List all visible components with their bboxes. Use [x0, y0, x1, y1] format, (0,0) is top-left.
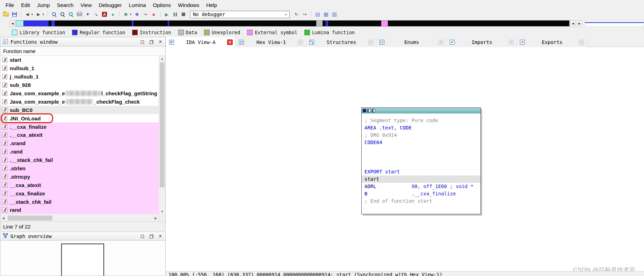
jump-by-name-icon[interactable] [50, 10, 58, 18]
horizontal-scroll-thumb[interactable] [8, 216, 52, 221]
tab-ida-view-a[interactable]: IDA View-A× [166, 37, 236, 47]
function-row-__stack_chk_fail[interactable]: f.__stack_chk_fail [0, 156, 159, 164]
print-icon[interactable] [75, 10, 83, 18]
segments-view-icon[interactable]: ▤ [314, 10, 321, 18]
asm-line[interactable] [364, 154, 478, 161]
debug-dropdown[interactable]: ▾ [129, 13, 132, 16]
menu-item-lumina[interactable]: Lumina [125, 1, 149, 9]
jump-to-ip-icon[interactable]: ↪ [301, 10, 309, 18]
graph-overview-viewport[interactable] [61, 244, 104, 276]
ida-view-canvas[interactable]: ; Segment type: Pure codeAREA .text, COD… [166, 47, 644, 271]
restore-button[interactable] [140, 39, 145, 44]
close-button[interactable]: × [158, 39, 163, 44]
asm-line[interactable] [364, 161, 478, 168]
cross-reference-icon[interactable]: ↘ [92, 10, 100, 18]
graph-overview-canvas[interactable] [0, 241, 165, 276]
tab-close-icon[interactable]: × [579, 40, 584, 45]
asm-line[interactable]: CODE64 [364, 139, 478, 146]
menu-item-options[interactable]: Options [150, 1, 175, 9]
tab-close-icon[interactable]: × [509, 40, 514, 45]
asm-line[interactable]: start [362, 176, 480, 183]
function-row-srand[interactable]: f.srand [0, 139, 159, 148]
back-history-dropdown[interactable]: ▾ [30, 13, 34, 16]
trace-view-icon[interactable]: ▧ [331, 10, 338, 18]
start-process-button[interactable]: ▶ [163, 10, 171, 18]
tab-structures[interactable]: Structures× [306, 37, 376, 47]
asm-line[interactable]: ; Segment type: Pure code [364, 117, 478, 124]
scroll-up-arrow[interactable]: ▲ [159, 56, 165, 62]
navband-left-arrow[interactable]: ◀ [10, 20, 15, 27]
navband-right-arrow[interactable]: ▶ [577, 20, 582, 27]
graph-overview-titlebar[interactable]: Graph overview × [0, 232, 165, 241]
asm-line[interactable]: EXPORT start [364, 168, 478, 176]
function-row-sub_bc0[interactable]: fsub_BC0 [0, 106, 159, 114]
function-row-j_nullsub_1[interactable]: fj_nullsub_1 [0, 73, 159, 81]
function-row-__cxa_atexit[interactable]: f__cxa_atexit [0, 181, 159, 189]
save-file-icon[interactable] [10, 10, 18, 18]
navigate-back-button[interactable]: ◀ [23, 10, 31, 18]
functions-window-titlebar[interactable]: f Functions window × [0, 37, 165, 47]
vertical-scroll-track[interactable] [159, 62, 165, 209]
float-button[interactable] [149, 39, 154, 44]
scroll-right-arrow[interactable]: ▶ [153, 215, 159, 221]
menu-item-edit[interactable]: Edit [17, 1, 34, 9]
asm-line[interactable]: ADRL X0, off_1E60 ; void * [364, 183, 478, 190]
function-row-jni_onload[interactable]: fJNI_OnLoad [0, 114, 159, 122]
function-row-rand[interactable]: f.rand [0, 148, 159, 156]
function-row-__cxa_finalize[interactable]: f__cxa_finalize [0, 189, 159, 197]
debug-new-instance-icon[interactable]: ∗ [122, 10, 130, 18]
scroll-left-arrow[interactable]: ◀ [0, 215, 6, 221]
menu-item-search[interactable]: Search [53, 1, 77, 9]
function-row-__cxa_atexit[interactable]: f.__cxa_atexit [0, 131, 159, 139]
jump-next-icon[interactable]: ▼ [84, 10, 92, 18]
function-row-strlen[interactable]: f.strlen [0, 164, 159, 173]
function-row-java_com_example_el_checkflag_getstring[interactable]: fJava_com_example_el_checkFlag_getString [0, 89, 159, 98]
disassembly-node[interactable]: ; Segment type: Pure codeAREA .text, COD… [361, 107, 481, 214]
open-file-icon[interactable] [2, 10, 10, 18]
function-row-rand[interactable]: frand [0, 206, 159, 214]
tab-close-icon[interactable]: × [227, 39, 233, 45]
search-binary-icon[interactable] [67, 10, 75, 18]
function-row-start[interactable]: fstart [0, 56, 159, 64]
menu-item-view[interactable]: View [77, 1, 95, 9]
node-titlebar[interactable] [362, 108, 480, 113]
tab-close-icon[interactable]: × [368, 40, 373, 45]
menu-item-help[interactable]: Help [203, 1, 220, 9]
navigation-band[interactable] [16, 20, 570, 27]
function-row-nullsub_1[interactable]: fnullsub_1 [0, 64, 159, 73]
functions-vertical-scrollbar[interactable]: ▲ ▼ [159, 56, 165, 215]
debugger-selector[interactable]: No debugger ▾ [190, 11, 290, 18]
debug-terminate-icon[interactable]: × [150, 10, 158, 18]
breakpoints-view-icon[interactable]: ▦ [322, 10, 330, 18]
functions-horizontal-scrollbar[interactable]: ◀ ▶ [0, 215, 159, 221]
function-row-strncpy[interactable]: f.strncpy [0, 172, 159, 181]
asm-line[interactable]: ; End of function start [364, 197, 478, 205]
debugger-sync-icon[interactable]: ↻ [292, 10, 300, 18]
asm-line[interactable] [364, 146, 478, 154]
lumina-status-icon[interactable]: ● [109, 10, 117, 18]
float-button[interactable] [149, 234, 154, 239]
asm-line[interactable]: B .__cxa_finalize [364, 190, 478, 197]
horizontal-scroll-track[interactable] [6, 215, 153, 221]
function-row-sub_928[interactable]: fsub_928 [0, 81, 159, 89]
pause-process-button[interactable] [171, 10, 179, 18]
restore-button[interactable] [140, 234, 145, 239]
function-row-__stack_chk_fail[interactable]: f__stack_chk_fail [0, 197, 159, 206]
function-row-__cxa_finalize[interactable]: f.__cxa_finalize [0, 122, 159, 131]
function-row-java_com_example_e_checkflag_check[interactable]: fJava_com_example_e_checkFlag_check [0, 97, 159, 106]
menu-item-debugger[interactable]: Debugger [95, 1, 125, 9]
tab-exports[interactable]: Exports× [517, 37, 587, 47]
navigate-forward-button[interactable]: ▶ [35, 10, 42, 18]
stop-process-button[interactable] [180, 10, 187, 18]
close-button[interactable]: × [158, 234, 163, 239]
tab-imports[interactable]: Imports× [447, 37, 517, 47]
function-name-column-header[interactable]: Function name [0, 47, 165, 56]
forward-history-dropdown[interactable]: ▾ [42, 13, 45, 16]
debug-attach-icon[interactable]: ∗ [133, 10, 141, 18]
debug-detach-icon[interactable]: ↪ [142, 10, 149, 18]
menu-item-file[interactable]: File [2, 1, 17, 9]
menu-item-jump[interactable]: Jump [34, 1, 53, 9]
menu-item-windows[interactable]: Windows [174, 1, 203, 9]
create-string-icon[interactable]: A [101, 10, 108, 18]
tab-enums[interactable]: Enums× [376, 37, 447, 47]
